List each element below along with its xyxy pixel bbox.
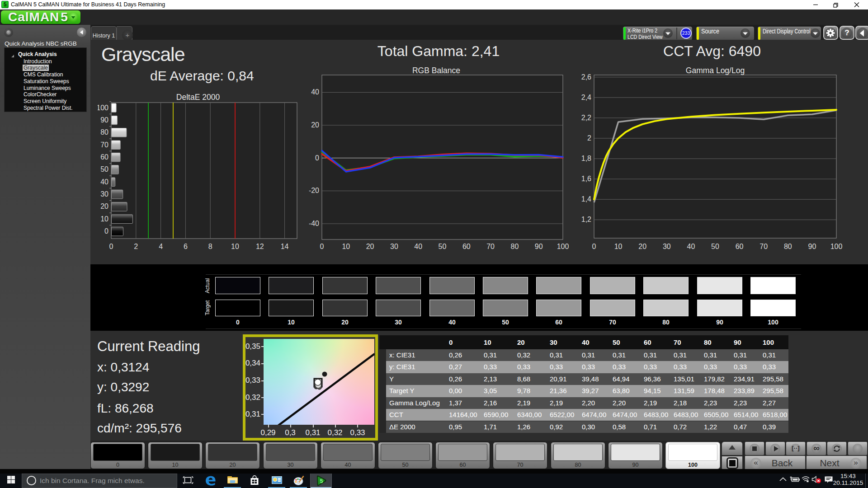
svg-text:40: 40 (100, 178, 108, 186)
svg-text:0: 0 (592, 243, 596, 250)
svg-text:DeltaE 2000: DeltaE 2000 (176, 93, 220, 102)
svg-text:80: 80 (784, 243, 792, 250)
svg-text:0: 0 (315, 154, 319, 162)
svg-text:Gamma Log/Log: Gamma Log/Log (686, 66, 745, 75)
svg-text:50: 50 (100, 165, 108, 173)
svg-text:1,6: 1,6 (581, 175, 591, 183)
svg-text:0: 0 (320, 243, 324, 250)
svg-text:2,2: 2,2 (581, 114, 591, 122)
svg-text:90: 90 (808, 243, 816, 250)
svg-text:0: 0 (109, 243, 113, 250)
svg-text:-40: -40 (309, 220, 319, 227)
svg-text:70: 70 (100, 141, 108, 149)
svg-text:30: 30 (663, 243, 671, 250)
svg-text:100: 100 (830, 243, 843, 250)
svg-text:8: 8 (208, 243, 212, 250)
svg-text:20: 20 (638, 243, 646, 250)
svg-text:10: 10 (231, 243, 239, 250)
svg-text:0: 0 (104, 227, 108, 235)
svg-text:90: 90 (100, 116, 108, 124)
svg-text:40: 40 (687, 243, 695, 250)
svg-text:2,4: 2,4 (581, 94, 591, 101)
svg-text:5: 5 (320, 478, 323, 484)
svg-text:40: 40 (311, 88, 319, 96)
svg-text:2: 2 (134, 243, 138, 250)
svg-text:70: 70 (486, 243, 495, 250)
svg-text:30: 30 (390, 243, 398, 250)
svg-text:10: 10 (100, 215, 108, 223)
svg-text:60: 60 (736, 243, 744, 250)
svg-text:20: 20 (311, 121, 319, 129)
svg-text:60: 60 (100, 153, 108, 161)
svg-text:2: 2 (587, 134, 591, 142)
svg-text:90: 90 (535, 243, 543, 250)
svg-text:10: 10 (614, 243, 623, 250)
svg-text:RGB Balance: RGB Balance (412, 66, 460, 75)
svg-text:20: 20 (366, 243, 374, 250)
svg-text:50: 50 (439, 243, 447, 250)
svg-text:40: 40 (414, 243, 422, 250)
svg-text:80: 80 (100, 128, 108, 136)
svg-text:60: 60 (462, 243, 471, 250)
svg-text:2,6: 2,6 (581, 73, 591, 81)
svg-text:1,2: 1,2 (581, 216, 591, 223)
svg-text:20: 20 (100, 202, 108, 210)
svg-text:10: 10 (342, 243, 350, 250)
svg-text:4: 4 (159, 243, 163, 250)
svg-text:80: 80 (511, 243, 519, 250)
svg-text:30: 30 (100, 190, 108, 198)
svg-text:100: 100 (557, 243, 569, 250)
svg-text:100: 100 (98, 104, 108, 112)
svg-text:6: 6 (184, 243, 188, 250)
svg-text:1,4: 1,4 (581, 195, 591, 203)
svg-text:1,8: 1,8 (581, 155, 591, 162)
svg-text:12: 12 (256, 243, 264, 250)
svg-text:-20: -20 (309, 187, 319, 194)
svg-text:70: 70 (760, 243, 768, 250)
svg-text:14: 14 (281, 243, 289, 250)
svg-text:50: 50 (711, 243, 719, 250)
